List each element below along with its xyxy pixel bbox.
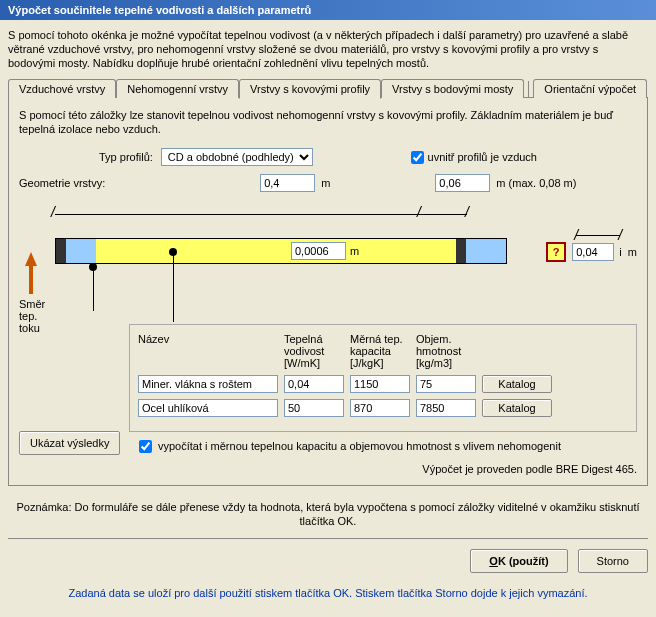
help-button[interactable]: ? [546,242,566,262]
width-field[interactable] [260,174,315,192]
col-capacity: Měrná tep.kapacita[J/kgK] [350,333,410,369]
tab-panel: S pomocí této záložky lze stanovit tepel… [8,97,648,486]
tab-metal-profiles[interactable]: Vrstvy s kovovými profily [239,79,381,99]
width-unit: m [321,177,330,189]
mat1-dens[interactable] [416,375,476,393]
profile-bar [55,238,507,264]
materials-panel: Název Tepelnávodivost[W/mK] Měrná tep.ka… [129,324,637,432]
bre-note: Výpočet je proveden podle BRE Digest 465… [19,463,637,475]
col-conductivity: Tepelnávodivost[W/mK] [284,333,344,369]
window-body: S pomocí tohoto okénka je možné vypočíta… [0,20,656,607]
mat2-catalog-button[interactable]: Katalog [482,399,552,417]
intro-text: S pomocí tohoto okénka je možné vypočíta… [8,28,648,70]
inside-air-label: uvnitř profilů je vzduch [428,151,537,163]
mat1-catalog-button[interactable]: Katalog [482,375,552,393]
calc-extra-checkbox[interactable] [139,440,152,453]
flow-direction-label: Směrtep.toku [19,298,45,334]
side-unit: i m [619,246,637,258]
tab-air-layers[interactable]: Vzduchové vrstvy [8,79,116,98]
height-field[interactable] [435,174,490,192]
tab-divider [528,81,529,97]
cancel-button[interactable]: Storno [578,549,648,573]
footer-note: Zadaná data se uloží pro další použití s… [8,587,648,599]
inside-air-checkbox[interactable] [411,151,424,164]
tab-nonhomogeneous[interactable]: Nehomogenní vrstvy [116,79,239,98]
mat1-name[interactable] [138,375,278,393]
form-note: Poznámka: Do formuláře se dále přenese v… [16,500,640,528]
gap-unit: m [350,245,359,257]
tab-point-bridges[interactable]: Vrstvy s bodovými mosty [381,79,524,98]
show-results-button[interactable]: Ukázat výsledky [19,431,120,455]
profile-type-select[interactable]: CD a obdobné (podhledy) [161,148,313,166]
mat1-cond[interactable] [284,375,344,393]
tab-orientation-calc[interactable]: Orientační výpočet [533,79,647,98]
material-row: Katalog [138,375,628,393]
height-unit: m (max. 0,08 m) [496,177,576,189]
window-title: Výpočet součinitele tepelné vodivosti a … [0,0,656,20]
mat2-cap[interactable] [350,399,410,417]
calc-extra-label: vypočítat i měrnou tepelnou kapacitu a o… [158,440,561,452]
mat2-name[interactable] [138,399,278,417]
geometry-diagram: / / / m Směrte [19,206,637,286]
panel-intro: S pomocí této záložky lze stanovit tepel… [19,108,637,136]
col-density: Objem.hmotnost[kg/m3] [416,333,476,369]
mat1-cap[interactable] [350,375,410,393]
col-name: Název [138,333,278,369]
material-row: Katalog [138,399,628,417]
geometry-label: Geometrie vrstvy: [19,177,105,189]
mat2-dens[interactable] [416,399,476,417]
profile-type-label: Typ profilů: [99,151,153,163]
mat2-cond[interactable] [284,399,344,417]
side-field[interactable] [572,243,614,261]
gap-field[interactable] [291,242,346,260]
dialog-buttons: OK (použít) Storno [8,538,648,573]
tab-strip: Vzduchové vrstvy Nehomogenní vrstvy Vrst… [8,79,648,98]
ok-button[interactable]: OK (použít) [470,549,567,573]
